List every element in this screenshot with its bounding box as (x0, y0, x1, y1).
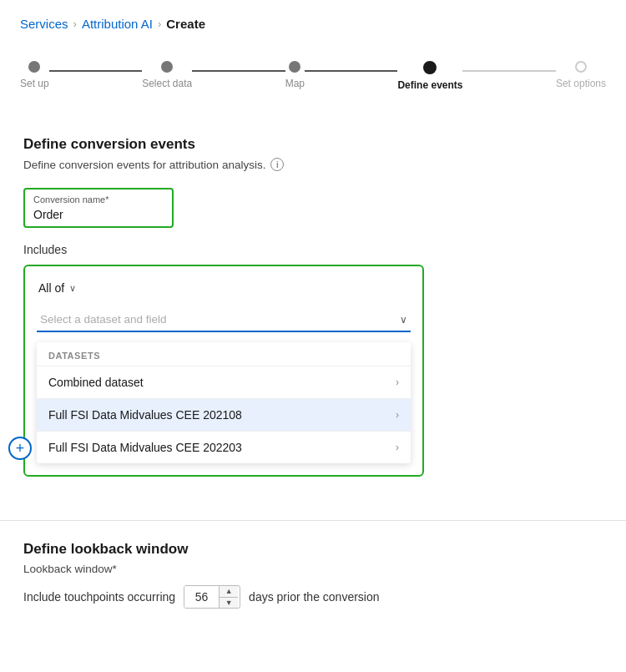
breadcrumb-sep-1: › (73, 18, 77, 30)
step-label-selectdata: Select data (142, 78, 192, 89)
chevron-right-icon-1: › (396, 409, 399, 421)
stepper-down-button[interactable]: ▼ (220, 598, 238, 609)
datasets-header: DATASETS (37, 342, 411, 366)
conversion-name-group: Conversion name* Order (23, 188, 603, 228)
dataset-select-wrapper: Select a dataset and field ∨ (37, 308, 411, 332)
step-label-map: Map (285, 78, 305, 89)
step-setup: Set up (20, 61, 49, 89)
page-container: Services › Attribution AI › Create Set u… (0, 0, 626, 672)
dataset-row-0-label: Combined dataset (48, 376, 144, 389)
stepper-box[interactable]: 56 ▲ ▼ (184, 585, 240, 609)
lookback-title: Define lookback window (23, 541, 603, 558)
step-dot-setup (28, 61, 40, 73)
connector-1 (49, 70, 142, 72)
section-desc: Define conversion events for attribution… (23, 158, 603, 171)
green-box: All of ∨ Select a dataset and field ∨ DA… (23, 265, 424, 477)
stepper-value: 56 (184, 586, 220, 608)
chevron-right-icon-0: › (396, 376, 399, 388)
conversion-name-label: Conversion name* (33, 195, 164, 205)
step-label-setup: Set up (20, 78, 49, 89)
main-content: Define conversion events Define conversi… (0, 116, 626, 497)
step-select-data: Select data (142, 61, 192, 89)
lookback-section: Define lookback window Lookback window* … (0, 541, 626, 635)
chevron-down-icon: ∨ (69, 283, 76, 294)
includes-label: Includes (23, 243, 603, 256)
info-icon[interactable]: i (270, 158, 284, 171)
dataset-row-1-label: Full FSI Data Midvalues CEE 202108 (48, 408, 242, 422)
lookback-prefix: Include touchpoints occurring (23, 590, 175, 604)
step-dot-map (289, 61, 300, 73)
dataset-row-2[interactable]: Full FSI Data Midvalues CEE 202203 › (37, 431, 411, 463)
section-desc-text: Define conversion events for attribution… (23, 159, 265, 171)
add-icon: + (16, 441, 25, 456)
breadcrumb-create: Create (166, 17, 205, 31)
breadcrumb-attribution-ai[interactable]: Attribution AI (82, 17, 153, 31)
allof-label: All of (38, 281, 64, 295)
allof-trigger[interactable]: All of ∨ (37, 278, 78, 298)
lookback-field-label: Lookback window* (23, 563, 603, 575)
step-label-defineevents: Define events (397, 79, 462, 91)
includes-container: All of ∨ Select a dataset and field ∨ DA… (23, 265, 441, 477)
dataset-select-arrow-icon: ∨ (400, 314, 407, 326)
step-label-setoptions: Set options (556, 78, 606, 89)
section-title: Define conversion events (23, 136, 603, 153)
conversion-name-box[interactable]: Conversion name* Order (23, 188, 174, 228)
chevron-right-icon-2: › (396, 442, 399, 453)
step-define-events: Define events (397, 61, 462, 91)
stepper-buttons: ▲ ▼ (220, 586, 238, 608)
step-map: Map (285, 61, 305, 89)
connector-2 (192, 70, 285, 72)
breadcrumb-sep-2: › (158, 18, 161, 30)
connector-3 (305, 70, 397, 72)
step-set-options: Set options (556, 61, 606, 89)
lookback-row: Include touchpoints occurring 56 ▲ ▼ day… (23, 585, 603, 609)
dataset-field-select[interactable]: Select a dataset and field ∨ (37, 308, 411, 332)
divider (0, 520, 626, 521)
add-button[interactable]: + (8, 437, 32, 460)
lookback-suffix: days prior the conversion (249, 590, 379, 604)
breadcrumb-services[interactable]: Services (20, 17, 68, 31)
dataset-row-1[interactable]: Full FSI Data Midvalues CEE 202108 › (37, 398, 411, 431)
stepper: Set up Select data Map Define events Set… (0, 44, 626, 116)
stepper-up-button[interactable]: ▲ (220, 586, 238, 598)
step-dot-selectdata (161, 61, 173, 73)
conversion-name-value: Order (33, 206, 164, 221)
step-dot-defineevents (423, 61, 437, 74)
dropdown-panel: DATASETS Combined dataset › Full FSI Dat… (37, 342, 411, 463)
breadcrumb: Services › Attribution AI › Create (0, 0, 626, 44)
connector-4 (462, 70, 555, 72)
step-dot-setoptions (575, 61, 587, 73)
dataset-row-0[interactable]: Combined dataset › (37, 366, 411, 398)
dataset-select-placeholder: Select a dataset and field (40, 313, 400, 326)
dataset-row-2-label: Full FSI Data Midvalues CEE 202203 (48, 441, 242, 454)
